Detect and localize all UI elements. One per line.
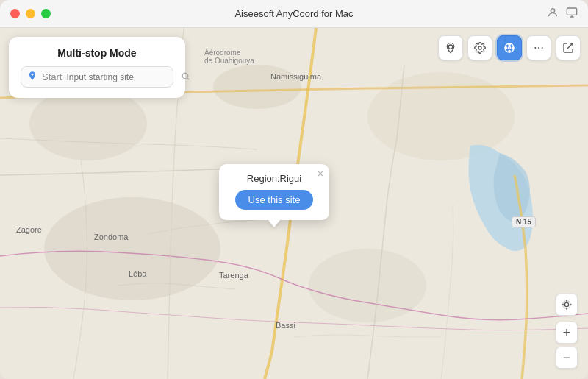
map-container[interactable]: Aérodromede Ouahigouya Namissiguima Zago… xyxy=(0,28,588,379)
location-pin-icon xyxy=(27,71,37,83)
minimize-button[interactable] xyxy=(26,9,35,18)
svg-point-7 xyxy=(309,249,426,322)
start-input-row[interactable]: Start xyxy=(21,66,173,88)
svg-point-22 xyxy=(563,301,571,309)
more-options-button[interactable] xyxy=(526,35,551,60)
joystick-button[interactable] xyxy=(497,35,522,60)
svg-point-10 xyxy=(509,47,511,49)
svg-point-3 xyxy=(29,87,147,160)
map-popup: × Region:Rigui Use this site xyxy=(219,164,329,220)
app-title: Aiseesoft AnyCoord for Mac xyxy=(234,8,353,19)
svg-point-12 xyxy=(509,43,510,45)
my-location-button[interactable] xyxy=(556,294,578,316)
titlebar-right-icons xyxy=(547,7,578,21)
start-label: Start xyxy=(42,71,62,82)
svg-point-13 xyxy=(509,50,510,52)
start-input-field[interactable] xyxy=(66,72,176,82)
multi-stop-panel: Multi-stop Mode Start xyxy=(9,37,185,98)
svg-point-14 xyxy=(505,47,506,49)
popup-region-label: Region:Rigui xyxy=(231,173,318,184)
svg-point-18 xyxy=(542,47,543,49)
svg-point-6 xyxy=(44,197,220,300)
use-this-site-button[interactable]: Use this site xyxy=(235,190,314,210)
panel-title: Multi-stop Mode xyxy=(21,47,173,59)
pin-mode-button[interactable] xyxy=(438,35,463,60)
zoom-controls: + − xyxy=(556,294,578,369)
svg-point-20 xyxy=(183,73,189,79)
export-button[interactable] xyxy=(556,35,581,60)
svg-line-19 xyxy=(567,43,573,49)
svg-point-16 xyxy=(534,47,536,49)
zoom-out-button[interactable]: − xyxy=(556,347,578,369)
svg-point-0 xyxy=(551,8,554,12)
svg-point-5 xyxy=(368,72,514,160)
zoom-in-button[interactable]: + xyxy=(556,322,578,344)
maximize-button[interactable] xyxy=(41,9,51,18)
window-controls xyxy=(10,9,51,18)
svg-point-15 xyxy=(512,47,513,49)
popup-close-button[interactable]: × xyxy=(318,169,323,179)
svg-rect-1 xyxy=(567,8,576,15)
road-sign-n15: N 15 xyxy=(512,216,536,227)
map-toolbar xyxy=(438,35,581,60)
svg-point-17 xyxy=(538,47,539,49)
titlebar: Aiseesoft AnyCoord for Mac xyxy=(0,0,588,28)
monitor-icon[interactable] xyxy=(566,7,578,21)
user-icon[interactable] xyxy=(547,7,559,21)
svg-point-4 xyxy=(213,65,301,109)
settings-button[interactable] xyxy=(467,35,492,60)
search-icon[interactable] xyxy=(181,71,190,83)
svg-point-21 xyxy=(564,302,568,306)
svg-point-8 xyxy=(448,45,452,49)
svg-point-9 xyxy=(478,46,481,49)
close-button[interactable] xyxy=(10,9,20,18)
